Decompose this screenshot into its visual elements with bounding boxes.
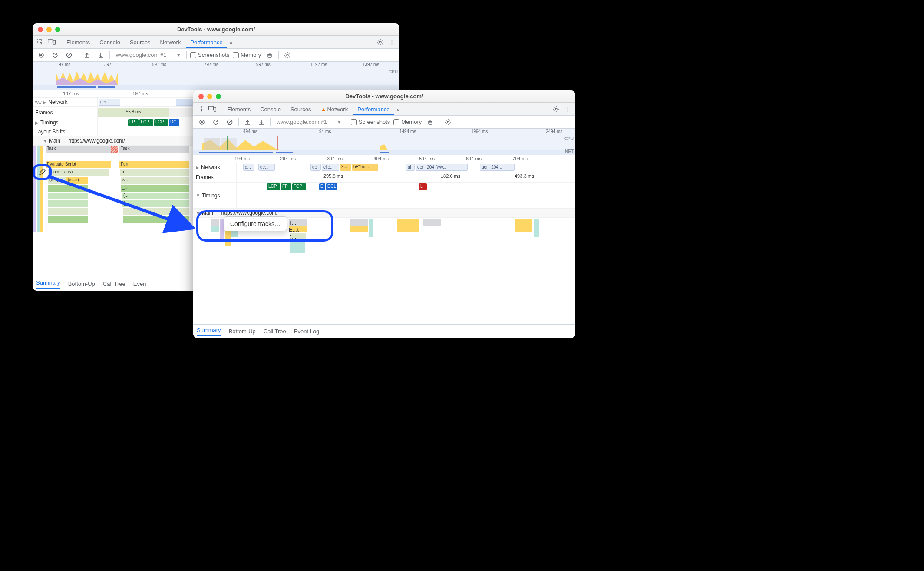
tabs-more[interactable]: »: [228, 37, 237, 48]
screenshots-toggle[interactable]: Screenshots: [190, 52, 229, 58]
btab-calltree[interactable]: Call Tree: [264, 328, 286, 335]
close-icon[interactable]: [38, 27, 43, 32]
net-chip[interactable]: ge: [310, 164, 321, 171]
flame-bar[interactable]: [369, 219, 373, 237]
flame-bar[interactable]: [48, 185, 66, 192]
recording-select[interactable]: www.google.com #1 ▾: [274, 118, 343, 126]
track-network[interactable]: ▶Network g... ge... ge clie... 9... hPYm…: [193, 163, 575, 172]
titlebar[interactable]: DevTools - www.google.com/: [193, 90, 575, 103]
track-frames[interactable]: Frames 295.8 ms 182.6 ms 493.3 ms: [193, 172, 575, 183]
kebab-icon[interactable]: ⋮: [562, 104, 573, 114]
download-icon[interactable]: [256, 117, 267, 127]
timing-d[interactable]: D: [319, 183, 325, 190]
device-icon[interactable]: [207, 104, 218, 114]
flame-bar[interactable]: [423, 219, 441, 226]
record-icon[interactable]: [36, 50, 46, 60]
screenshots-checkbox[interactable]: [190, 52, 196, 58]
traffic-lights[interactable]: [33, 27, 60, 32]
collapse-icon[interactable]: ▼: [43, 139, 47, 143]
flame-bar[interactable]: (...: [290, 233, 306, 239]
tracks[interactable]: ▶Network g... ge... ge clie... 9... hPYm…: [193, 163, 575, 324]
context-menu[interactable]: Configure tracks…: [224, 216, 287, 231]
net-chip[interactable]: g...: [243, 164, 254, 171]
net-chip[interactable]: gen_204 (ww...: [416, 164, 468, 171]
flame-bar[interactable]: (anon...ous): [48, 169, 109, 176]
flame-bar[interactable]: [48, 193, 88, 199]
tab-console[interactable]: Console: [256, 103, 285, 115]
flame-bar[interactable]: [397, 219, 419, 232]
btab-bottomup[interactable]: Bottom-Up: [68, 281, 95, 287]
flame-bar[interactable]: Fun.: [119, 161, 189, 168]
titlebar[interactable]: DevTools - www.google.com/: [33, 23, 399, 36]
flame-bar[interactable]: [123, 208, 189, 215]
btab-summary[interactable]: Summary: [197, 327, 221, 336]
timing-fcp[interactable]: FCP: [292, 183, 306, 190]
close-icon[interactable]: [198, 94, 204, 99]
flame-bar[interactable]: [123, 216, 189, 223]
memory-checkbox[interactable]: [393, 119, 399, 125]
device-icon[interactable]: [46, 37, 57, 47]
menu-configure-tracks[interactable]: Configure tracks…: [230, 220, 280, 227]
flame-bar[interactable]: E...t: [289, 226, 307, 232]
timing-cl[interactable]: DCL: [326, 183, 337, 190]
download-icon[interactable]: [96, 50, 106, 60]
net-chip[interactable]: clie...: [322, 164, 339, 171]
record-icon[interactable]: [197, 117, 207, 127]
net-chip[interactable]: gen_204...: [480, 164, 515, 171]
net-chip[interactable]: ge...: [258, 164, 275, 171]
flame-bar[interactable]: (a...s): [66, 177, 88, 184]
flame-bar[interactable]: Evaluate Script: [46, 161, 111, 168]
traffic-lights[interactable]: [193, 94, 221, 99]
screenshots-checkbox[interactable]: [351, 119, 357, 125]
flame-bar[interactable]: (...: [122, 193, 189, 199]
inspect-icon[interactable]: [35, 37, 46, 47]
gear-icon[interactable]: [551, 104, 561, 114]
clear-icon[interactable]: [224, 117, 235, 127]
gear-icon[interactable]: [375, 37, 386, 47]
memory-toggle[interactable]: Memory: [233, 52, 261, 58]
minimize-icon[interactable]: [46, 27, 52, 32]
tab-performance[interactable]: Performance: [353, 103, 394, 115]
timing-fcp[interactable]: FCP: [139, 119, 153, 126]
tab-network[interactable]: ▲Network: [317, 103, 353, 115]
gear-icon[interactable]: [443, 117, 453, 127]
btab-calltree[interactable]: Call Tree: [103, 281, 125, 287]
net-chip[interactable]: 9...: [340, 164, 351, 171]
reload-icon[interactable]: [211, 117, 221, 127]
flame-bar[interactable]: [534, 219, 539, 237]
btab-summary[interactable]: Summary: [36, 279, 60, 289]
net-chip[interactable]: hPYm...: [352, 164, 378, 171]
upload-icon[interactable]: [242, 117, 253, 127]
overview-cpu[interactable]: || ||: [33, 69, 399, 85]
btab-eventlog[interactable]: Even: [133, 281, 146, 287]
timing-l[interactable]: L: [419, 183, 427, 190]
gc-icon[interactable]: [425, 117, 436, 127]
net-chip[interactable]: gen_...: [99, 99, 120, 106]
flame-bar[interactable]: s_...: [121, 177, 189, 184]
timing-dcl[interactable]: DC: [169, 119, 179, 126]
tab-console[interactable]: Console: [95, 37, 125, 48]
screenshots-toggle[interactable]: Screenshots: [351, 119, 390, 125]
minimize-icon[interactable]: [207, 94, 212, 99]
zoom-icon[interactable]: [216, 94, 221, 99]
flame-bar[interactable]: [48, 208, 88, 215]
gear-icon[interactable]: [282, 50, 293, 60]
frame-chip[interactable]: 55.8 ms: [98, 108, 169, 117]
overview-net[interactable]: [33, 85, 399, 90]
inspect-icon[interactable]: [196, 104, 206, 114]
collapse-icon[interactable]: ▼: [196, 193, 200, 198]
overview[interactable]: 494 ms 94 ms 1494 ms 1994 ms 2494 ms || …: [193, 129, 575, 155]
flame-bar[interactable]: [290, 240, 305, 253]
upload-icon[interactable]: [82, 50, 92, 60]
expand-icon[interactable]: ▶: [35, 120, 39, 125]
btab-bottomup[interactable]: Bottom-Up: [229, 328, 256, 335]
clear-icon[interactable]: [64, 50, 74, 60]
flame-bar[interactable]: (...: [122, 200, 189, 207]
flame-bar[interactable]: [48, 216, 88, 223]
flame-bar[interactable]: b.: [120, 169, 189, 176]
timing-lcp[interactable]: LCP: [154, 119, 168, 126]
flame-bar[interactable]: [48, 200, 88, 207]
net-chip[interactable]: [176, 99, 193, 106]
tab-performance[interactable]: Performance: [186, 37, 227, 48]
overview-cpu[interactable]: || ||: [193, 136, 575, 150]
